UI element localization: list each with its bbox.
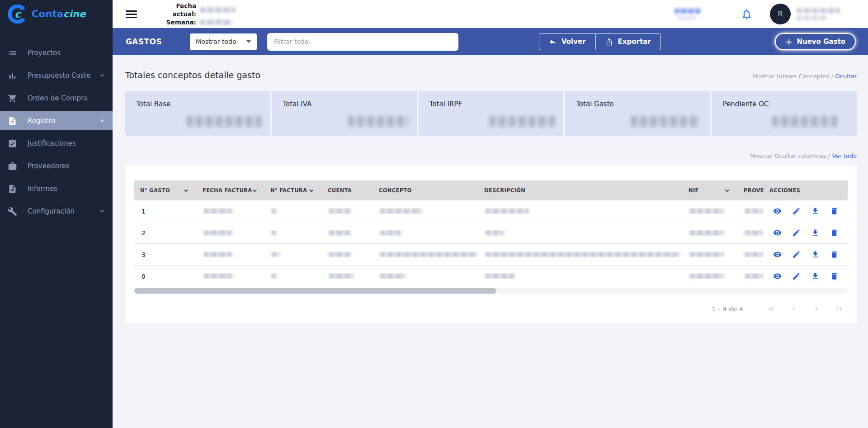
chevron-down-icon <box>99 118 105 124</box>
redacted-value <box>486 252 680 257</box>
col-header-label: DESCRIPCIÓN <box>484 187 525 194</box>
col-header-label: NIF <box>689 187 699 194</box>
next-page-icon[interactable] <box>812 304 821 313</box>
main-area: Fecha actual: Semana: R <box>113 0 868 428</box>
brand-logo[interactable]: c Contacine <box>0 0 113 28</box>
redacted-amount <box>187 116 262 127</box>
cell-redacted <box>197 252 264 257</box>
sidebar-item-justificaciones[interactable]: Justificaciones <box>0 134 113 153</box>
sidebar-item-registro[interactable]: Registro <box>0 111 113 130</box>
col-header-label: N° GASTO <box>140 187 170 194</box>
trash-icon[interactable] <box>830 228 839 237</box>
nuevo-gasto-label: Nuevo Gasto <box>797 38 845 46</box>
prev-page-icon[interactable] <box>789 304 798 313</box>
sidebar-item-configuracion[interactable]: Configuración <box>0 202 113 221</box>
redacted-value <box>690 208 724 214</box>
redacted-value <box>380 230 401 236</box>
cell-redacted <box>322 208 373 214</box>
volver-button[interactable]: Volver <box>539 34 595 50</box>
download-icon[interactable] <box>811 228 820 237</box>
ver-todo-link[interactable]: Ver todo <box>832 152 857 159</box>
ocultar-link[interactable]: Ocultar <box>835 73 857 80</box>
pencil-icon[interactable] <box>792 250 801 259</box>
download-icon[interactable] <box>811 250 820 259</box>
col-header-acciones: ACCIONES <box>764 187 848 194</box>
redacted-value <box>380 252 477 257</box>
pagination-range: 1 - 4 de 4 <box>712 305 743 313</box>
trash-icon[interactable] <box>830 207 839 215</box>
cell-actions <box>764 250 848 259</box>
eye-icon[interactable] <box>773 207 782 215</box>
cell-redacted <box>373 252 478 257</box>
exportar-button[interactable]: Exportar <box>595 34 660 50</box>
redacted-semana-value <box>200 19 232 25</box>
dropdown-value: Mostrar todo <box>196 38 236 45</box>
redacted-value <box>204 252 232 257</box>
eye-icon[interactable] <box>773 250 782 259</box>
cell-redacted <box>478 252 683 257</box>
col-header-fecha-factura: FECHA FACTURA <box>197 187 264 194</box>
list-icon <box>8 48 17 58</box>
cell-redacted <box>738 273 764 279</box>
sort-chevron-icon[interactable] <box>183 188 189 194</box>
redacted-value <box>745 252 763 257</box>
sidebar-item-informes[interactable]: Informes <box>0 179 113 198</box>
brand-name-secondary: cine <box>63 9 86 19</box>
reply-arrow-icon <box>549 38 557 46</box>
redacted-value <box>745 230 763 236</box>
scrollbar-thumb[interactable] <box>134 288 496 294</box>
cell-redacted <box>738 230 764 236</box>
horizontal-scrollbar <box>134 288 848 294</box>
cell-redacted <box>264 273 322 279</box>
cell-redacted <box>683 252 738 257</box>
download-icon[interactable] <box>811 272 820 281</box>
cell-redacted <box>683 208 738 214</box>
sidebar-item-proyectos[interactable]: Proyectos <box>0 43 113 62</box>
redacted-link[interactable] <box>675 9 701 19</box>
eye-icon[interactable] <box>773 228 782 237</box>
sidebar-item-orden-de-compra[interactable]: Orden de Compra <box>0 89 113 108</box>
redacted-amount <box>490 116 556 127</box>
last-page-icon[interactable] <box>835 304 843 313</box>
bar-chart-icon <box>8 71 17 81</box>
chevron-down-icon <box>99 72 105 79</box>
total-card-total-irpf: Total IRPF <box>419 91 563 136</box>
cell-redacted <box>264 230 322 236</box>
cell-redacted <box>738 208 764 214</box>
sidebar-item-presupuesto-coste[interactable]: Presupuesto Coste <box>0 66 113 85</box>
mostrar-todo-dropdown[interactable]: Mostrar todo <box>190 33 257 50</box>
filter-input[interactable] <box>267 33 458 51</box>
nuevo-gasto-button[interactable]: + Nuevo Gasto <box>775 33 856 50</box>
totals-cards: Total BaseTotal IVATotal IRPFTotal Gasto… <box>125 91 857 136</box>
cell-redacted <box>322 273 373 279</box>
caret-down-icon <box>246 40 251 43</box>
redacted-value <box>204 208 232 214</box>
sort-chevron-icon[interactable] <box>252 188 258 194</box>
trash-icon[interactable] <box>830 250 839 259</box>
total-card-total-iva: Total IVA <box>272 91 416 136</box>
cell-n-gasto: 1 <box>134 208 197 215</box>
notifications-bell-icon[interactable] <box>741 8 753 20</box>
page-toolbar: GASTOS Mostrar todo Volver Exportar + Nu… <box>113 28 868 55</box>
redacted-value <box>690 273 724 279</box>
col-header-cuenta: CUENTA <box>322 187 373 194</box>
col-header-n-factura: N° FACTURA <box>264 187 322 194</box>
download-icon[interactable] <box>811 207 820 215</box>
first-page-icon[interactable] <box>767 304 775 313</box>
pencil-icon[interactable] <box>792 228 801 237</box>
user-avatar[interactable]: R <box>770 4 791 24</box>
sort-chevron-icon[interactable] <box>724 188 730 194</box>
svg-text:c: c <box>14 8 22 20</box>
trash-icon[interactable] <box>830 272 839 281</box>
card-label: Total IVA <box>283 100 416 108</box>
redacted-value <box>329 208 351 214</box>
hamburger-menu-icon[interactable] <box>126 10 137 18</box>
col-header-concepto: CONCEPTO <box>373 187 478 194</box>
pencil-icon[interactable] <box>792 207 801 215</box>
eye-icon[interactable] <box>773 272 782 281</box>
pencil-icon[interactable] <box>792 272 801 281</box>
sort-chevron-icon[interactable] <box>308 188 314 194</box>
totals-toggle-prefix: Mostrar totales Conceptos / <box>752 73 835 80</box>
cell-n-gasto: 0 <box>134 273 197 280</box>
sidebar-item-proveedores[interactable]: Proveedores <box>0 157 113 176</box>
